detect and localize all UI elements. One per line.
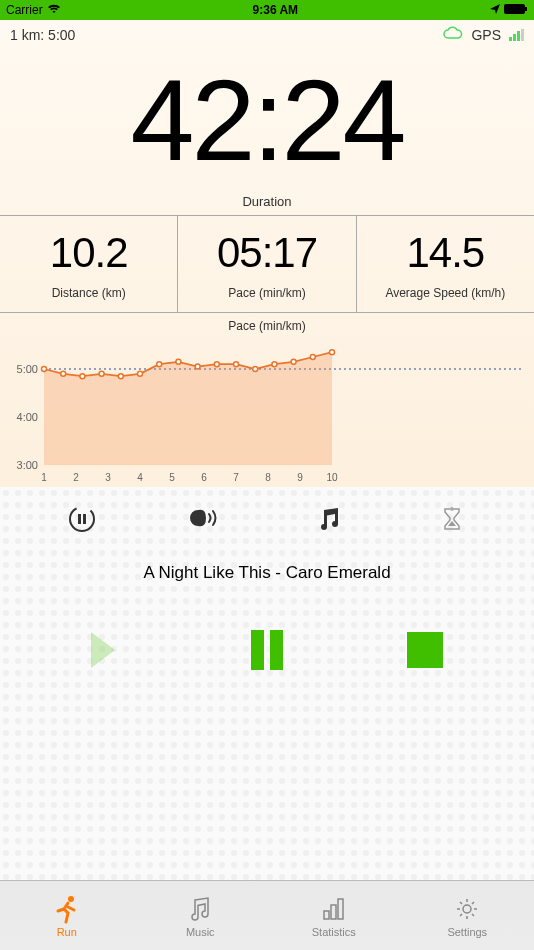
stop-button[interactable] <box>398 623 452 677</box>
tab-label: Music <box>186 926 215 938</box>
music-icon <box>185 894 215 924</box>
svg-point-17 <box>253 367 258 372</box>
stat-value: 14.5 <box>361 232 530 274</box>
play-button[interactable] <box>82 623 136 677</box>
svg-rect-0 <box>504 4 525 14</box>
svg-point-18 <box>272 362 277 367</box>
svg-point-7 <box>61 371 66 376</box>
svg-point-8 <box>80 374 85 379</box>
svg-rect-36 <box>251 630 264 670</box>
settings-icon <box>452 894 482 924</box>
svg-point-19 <box>291 359 296 364</box>
now-playing: A Night Like This - Caro Emerald <box>0 563 534 583</box>
svg-rect-33 <box>78 514 81 524</box>
tab-label: Statistics <box>312 926 356 938</box>
countdown-button[interactable]: 3 <box>434 501 470 537</box>
svg-point-9 <box>99 371 104 376</box>
tab-statistics[interactable]: Statistics <box>267 894 401 938</box>
svg-rect-1 <box>525 7 527 11</box>
music-button[interactable] <box>311 501 347 537</box>
svg-text:10: 10 <box>326 472 338 483</box>
svg-point-20 <box>310 355 315 360</box>
statistics-icon <box>319 894 349 924</box>
pace-chart: Pace (min/km) 3:004:005:0012345678910 <box>0 313 534 487</box>
auto-pause-button[interactable] <box>64 501 100 537</box>
duration-label: Duration <box>0 194 534 209</box>
tab-settings[interactable]: Settings <box>401 894 535 938</box>
stat-label: Average Speed (km/h) <box>361 286 530 300</box>
chart-title: Pace (min/km) <box>0 319 534 333</box>
wifi-icon <box>47 3 61 17</box>
stat-pace[interactable]: 05:17 Pace (min/km) <box>178 216 356 312</box>
stat-speed[interactable]: 14.5 Average Speed (km/h) <box>357 216 534 312</box>
tab-bar: Run Music Statistics Settings <box>0 880 534 950</box>
pause-button[interactable] <box>240 623 294 677</box>
status-bar: Carrier 9:36 AM <box>0 0 534 20</box>
svg-point-12 <box>157 362 162 367</box>
svg-text:4: 4 <box>137 472 143 483</box>
stat-label: Distance (km) <box>4 286 173 300</box>
svg-point-14 <box>195 364 200 369</box>
svg-text:2: 2 <box>73 472 79 483</box>
tab-label: Settings <box>447 926 487 938</box>
svg-text:3: 3 <box>105 472 111 483</box>
svg-text:5:00: 5:00 <box>17 363 38 375</box>
svg-text:3:00: 3:00 <box>17 459 38 471</box>
duration-value: 42:24 <box>0 63 534 178</box>
stat-distance[interactable]: 10.2 Distance (km) <box>0 216 178 312</box>
svg-point-32 <box>67 504 97 534</box>
stat-label: Pace (min/km) <box>182 286 351 300</box>
svg-point-39 <box>68 896 74 902</box>
duration-block: 42:24 Duration <box>0 49 534 215</box>
split-info: 1 km: 5:00 <box>10 27 75 43</box>
svg-text:6: 6 <box>201 472 207 483</box>
svg-text:9: 9 <box>297 472 303 483</box>
stat-value: 05:17 <box>182 232 351 274</box>
svg-point-6 <box>42 367 47 372</box>
tab-run[interactable]: Run <box>0 894 134 938</box>
svg-text:8: 8 <box>265 472 271 483</box>
cloud-icon <box>443 26 463 43</box>
svg-text:5: 5 <box>169 472 175 483</box>
location-icon <box>490 3 500 17</box>
svg-point-11 <box>138 371 143 376</box>
status-time: 9:36 AM <box>253 3 299 17</box>
svg-rect-37 <box>270 630 283 670</box>
gps-signal-icon <box>509 29 524 41</box>
svg-rect-38 <box>407 632 443 668</box>
svg-point-13 <box>176 359 181 364</box>
tab-label: Run <box>57 926 77 938</box>
svg-point-15 <box>214 362 219 367</box>
svg-point-43 <box>463 905 471 913</box>
svg-rect-41 <box>331 905 336 919</box>
svg-rect-42 <box>338 899 343 919</box>
svg-rect-34 <box>83 514 86 524</box>
stat-value: 10.2 <box>4 232 173 274</box>
carrier-label: Carrier <box>6 3 43 17</box>
chart-svg: 3:004:005:0012345678910 <box>0 337 534 487</box>
svg-text:7: 7 <box>233 472 239 483</box>
svg-point-16 <box>234 362 239 367</box>
info-bar: 1 km: 5:00 GPS <box>0 20 534 49</box>
run-icon <box>52 894 82 924</box>
gps-label: GPS <box>471 27 501 43</box>
tab-music[interactable]: Music <box>134 894 268 938</box>
battery-icon <box>504 3 528 17</box>
controls-panel: 3 A Night Like This - Caro Emerald <box>0 487 534 880</box>
svg-point-21 <box>330 350 335 355</box>
svg-text:1: 1 <box>41 472 47 483</box>
svg-text:4:00: 4:00 <box>17 411 38 423</box>
stats-row: 10.2 Distance (km) 05:17 Pace (min/km) 1… <box>0 215 534 313</box>
svg-rect-40 <box>324 911 329 919</box>
svg-point-10 <box>118 374 123 379</box>
voice-button[interactable] <box>187 501 223 537</box>
